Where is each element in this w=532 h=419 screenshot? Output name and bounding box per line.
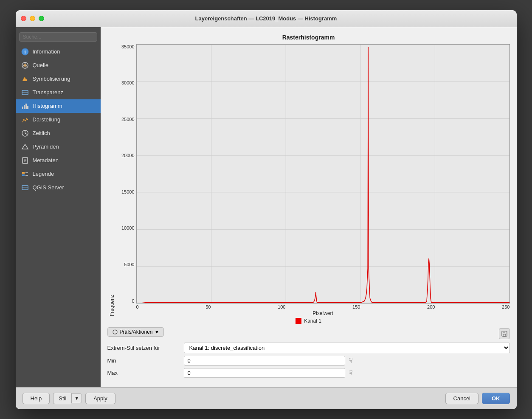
y-axis-label: Frequenz <box>107 44 115 316</box>
max-label: Max <box>107 370 184 376</box>
qgis-server-icon <box>21 183 29 192</box>
sidebar-item-darstellung[interactable]: Darstellung <box>16 113 101 127</box>
x-axis-label: Pixelwert <box>136 310 510 316</box>
sidebar-item-qgis-server[interactable]: QGIS Server <box>16 181 101 194</box>
sidebar-item-symbolisierung[interactable]: Symbolisierung <box>16 72 101 86</box>
titlebar: Layereigenschaften — LC2019_Modus — Hist… <box>16 10 517 27</box>
svg-rect-18 <box>22 172 25 174</box>
svg-rect-7 <box>24 105 25 109</box>
metadaten-icon <box>21 156 29 165</box>
y-tick-5000: 5000 <box>115 262 135 267</box>
x-axis-ticks: 0 50 100 150 200 250 <box>136 304 510 310</box>
sidebar-item-zeitlich[interactable]: Zeitlich <box>16 127 101 140</box>
svg-line-12 <box>25 133 27 134</box>
sidebar-label-symbolisierung: Symbolisierung <box>33 76 70 82</box>
svg-rect-44 <box>503 334 506 336</box>
min-row: Min ☟ <box>107 356 510 366</box>
cancel-button[interactable]: Cancel <box>445 393 479 404</box>
sidebar-item-pyramiden[interactable]: Pyramiden <box>16 140 101 154</box>
controls-top-row: Präfs/Aktionen ▼ <box>107 327 510 340</box>
svg-rect-3 <box>23 79 27 81</box>
histogramm-icon <box>21 102 29 110</box>
histogram-svg <box>137 45 509 303</box>
darstellung-icon <box>21 115 29 124</box>
main-content: i Information Quelle Symbolisierung <box>16 27 517 387</box>
x-tick-50: 50 <box>205 304 211 309</box>
extreme-dropdown[interactable]: Kanal 1: discrete_classification <box>184 343 510 353</box>
svg-rect-22 <box>22 186 28 190</box>
zeitlich-icon <box>21 129 29 138</box>
sidebar-item-quelle[interactable]: Quelle <box>16 59 101 72</box>
help-button[interactable]: Help <box>23 393 50 404</box>
sidebar-label-transparenz: Transparenz <box>33 89 64 96</box>
sidebar-item-legende[interactable]: Legende <box>16 167 101 181</box>
x-tick-0: 0 <box>136 304 139 309</box>
max-apply-icon[interactable]: ☟ <box>349 369 353 377</box>
sidebar-label-metadaten: Metadaten <box>33 157 59 163</box>
prefs-icon <box>112 329 118 335</box>
sidebar-item-metadaten[interactable]: Metadaten <box>16 154 101 167</box>
controls-area: Präfs/Aktionen ▼ Extrem-Stil setzen für … <box>107 324 510 380</box>
sidebar-label-darstellung: Darstellung <box>33 116 61 123</box>
search-input[interactable] <box>19 32 97 42</box>
sidebar-item-information[interactable]: i Information <box>16 45 101 59</box>
sidebar-label-legende: Legende <box>33 171 54 177</box>
sidebar-label-pyramiden: Pyramiden <box>33 143 59 150</box>
x-tick-100: 100 <box>278 304 285 309</box>
maximize-button[interactable] <box>39 16 44 21</box>
sidebar-label-histogramm: Histogramm <box>33 103 62 109</box>
window-title: Layereigenschaften — LC2019_Modus — Hist… <box>195 15 337 22</box>
min-input[interactable] <box>184 356 345 366</box>
min-apply-icon[interactable]: ☟ <box>349 357 353 365</box>
prefs-button[interactable]: Präfs/Aktionen ▼ <box>107 327 164 337</box>
sidebar-item-histogramm[interactable]: Histogramm <box>16 99 101 113</box>
save-icon <box>501 330 508 337</box>
legend-label-kanal1: Kanal 1 <box>304 318 321 324</box>
y-tick-20000: 20000 <box>115 153 135 158</box>
y-tick-10000: 10000 <box>115 225 135 231</box>
apply-button[interactable]: Apply <box>85 393 115 404</box>
x-tick-250: 250 <box>502 304 509 309</box>
sidebar-label-zeitlich: Zeitlich <box>33 130 50 136</box>
bottom-bar: Help Stil ▼ Apply Cancel OK <box>16 387 517 409</box>
max-row: Max ☟ <box>107 368 510 378</box>
information-icon: i <box>21 48 29 56</box>
svg-rect-6 <box>22 107 23 109</box>
content-area: Rasterhistogramm Frequenz 0 5000 10000 1… <box>101 27 517 387</box>
sidebar-label-qgis-server: QGIS Server <box>33 184 64 191</box>
x-tick-150: 150 <box>352 304 360 309</box>
close-button[interactable] <box>21 16 26 21</box>
histogram-chart <box>136 44 510 304</box>
stil-button-group: Stil ▼ <box>53 393 82 404</box>
window-controls <box>21 16 44 21</box>
sidebar-label-quelle: Quelle <box>33 62 49 68</box>
legende-icon <box>21 170 29 178</box>
svg-rect-9 <box>27 106 28 109</box>
y-tick-25000: 25000 <box>115 117 135 122</box>
stil-main-button[interactable]: Stil <box>53 393 71 404</box>
y-tick-0: 0 <box>115 298 135 304</box>
histogram-title: Rasterhistogramm <box>107 34 510 41</box>
main-window: Layereigenschaften — LC2019_Modus — Hist… <box>16 10 517 409</box>
extreme-label: Extrem-Stil setzen für <box>107 345 184 351</box>
save-button[interactable] <box>499 328 510 339</box>
minimize-button[interactable] <box>30 16 35 21</box>
ok-button[interactable]: OK <box>482 393 510 404</box>
transparenz-icon <box>21 88 29 97</box>
stil-dropdown-button[interactable]: ▼ <box>71 393 82 403</box>
extreme-row: Extrem-Stil setzen für Kanal 1: discrete… <box>107 343 510 353</box>
max-input[interactable] <box>184 368 345 378</box>
y-tick-35000: 35000 <box>115 44 135 49</box>
prefs-label: Präfs/Aktionen <box>120 329 153 335</box>
pyramiden-icon <box>21 143 29 151</box>
svg-text:i: i <box>24 49 25 54</box>
quelle-icon <box>21 61 29 70</box>
histogram-legend: Kanal 1 <box>107 318 510 324</box>
y-tick-15000: 15000 <box>115 189 135 194</box>
y-tick-30000: 30000 <box>115 80 135 85</box>
prefs-arrow: ▼ <box>155 329 160 335</box>
svg-rect-8 <box>25 104 27 109</box>
svg-rect-19 <box>22 174 25 176</box>
sidebar-item-transparenz[interactable]: Transparenz <box>16 86 101 99</box>
x-tick-200: 200 <box>427 304 435 309</box>
